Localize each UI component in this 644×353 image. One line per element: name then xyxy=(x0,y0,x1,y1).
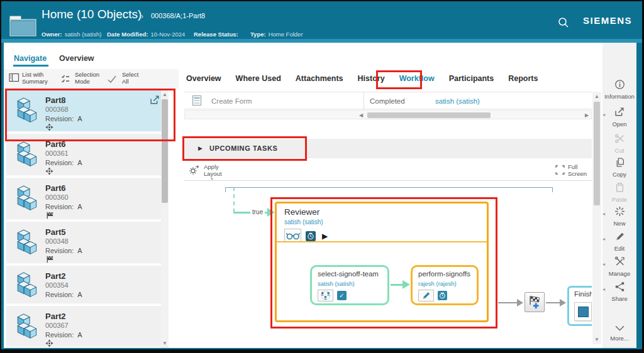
breadcrumb-object[interactable]: 000368/A;1-Part8 xyxy=(151,12,205,19)
new-burst-icon xyxy=(614,206,625,217)
list-item-part2-000367[interactable]: Part2 000367 Revision:A xyxy=(6,306,161,348)
upcoming-tasks-label: UPCOMING TASKS xyxy=(209,144,277,152)
finish-task-node[interactable]: Finish xyxy=(567,286,592,326)
apply-layout-icon xyxy=(189,164,200,175)
selection-mode-button[interactable]: Selection Mode xyxy=(61,71,109,89)
tab-attachments[interactable]: Attachments xyxy=(296,74,343,83)
hscroll-right-arrow[interactable]: ▶ xyxy=(585,113,589,118)
part-cube-icon xyxy=(15,313,42,340)
header: Home (10 Objects) › 000368/A;1-Part8 Own… xyxy=(1,1,642,39)
flag-icon xyxy=(45,211,54,220)
perform-signoffs-node[interactable]: perform-signoffs rajesh (rajesh) xyxy=(411,265,479,305)
tab-where-used[interactable]: Where Used xyxy=(236,74,281,83)
sidebar-more-button[interactable]: More... xyxy=(602,323,636,342)
list-with-summary-button[interactable]: List with Summary xyxy=(9,71,59,89)
condition-path xyxy=(233,212,250,214)
tab-history[interactable]: History xyxy=(358,74,385,83)
main-scroll-down-arrow[interactable]: ▼ xyxy=(594,337,599,342)
tab-participants[interactable]: Participants xyxy=(449,74,494,83)
review-glasses-icon[interactable] xyxy=(284,229,301,242)
perform-signoffs-title: perform-signoffs xyxy=(418,270,470,278)
start-task-icon[interactable]: ▶ xyxy=(322,232,328,240)
tab-navigate-underline xyxy=(13,65,48,67)
task-name: Create Form xyxy=(211,97,252,105)
reviewer-task-node[interactable]: Reviewer satish (satish) ▶ select-signof… xyxy=(275,202,489,322)
flyout-arrow-icon: ◂ xyxy=(602,211,605,217)
copy-icon xyxy=(614,157,625,168)
list-item-part6-000361[interactable]: Part6 000361 Revision:A xyxy=(6,134,161,176)
flow-arrowhead xyxy=(560,299,566,307)
workflow-route-icon xyxy=(45,167,53,175)
main-scroll-thumb[interactable] xyxy=(594,102,600,205)
sidebar-edit-button[interactable]: ◂ Edit xyxy=(602,231,636,252)
select-signoff-team-node[interactable]: select-signoff-team satish (satish) ✓ xyxy=(310,265,389,305)
part-cube-icon xyxy=(15,272,42,298)
full-screen-label: Full Screen xyxy=(568,163,592,178)
reviewer-title: Reviewer xyxy=(284,207,319,217)
reviewer-user-link[interactable]: satish (satish) xyxy=(284,219,323,225)
flag-icon xyxy=(45,255,54,264)
list-scroll-thumb[interactable] xyxy=(162,99,168,203)
sidebar-share-button[interactable]: ◂ Share xyxy=(602,281,636,302)
selection-mode-icon xyxy=(61,74,72,84)
part-cube-icon xyxy=(15,185,42,212)
tab-navigate[interactable]: Navigate xyxy=(14,54,47,63)
header-meta-owner: Owner:satish (satish) xyxy=(42,28,101,39)
task-user-link[interactable]: satish (satish) xyxy=(435,97,480,105)
open-object-icon[interactable] xyxy=(150,95,160,106)
select-all-label: Select All xyxy=(122,71,145,85)
breadcrumb-separator: › xyxy=(141,12,143,21)
sidebar-new-button[interactable]: ◂ New xyxy=(602,206,636,227)
list-item-part5[interactable]: Part5 000348 Revision:A xyxy=(6,222,161,264)
part-cube-icon xyxy=(15,229,42,256)
route-task-node[interactable] xyxy=(525,292,545,312)
hscroll-left-arrow[interactable]: ◀ xyxy=(359,113,363,118)
task-status: Completed xyxy=(370,97,405,105)
completed-task-row[interactable]: Create Form Completed satish (satish) xyxy=(184,92,592,109)
task-hscrollbar[interactable]: ◀ ▶ xyxy=(184,110,592,119)
sidebar-paste-button[interactable]: Paste xyxy=(602,182,636,203)
list-item-part6-000360[interactable]: Part6 000360 Revision:A xyxy=(6,178,161,220)
full-screen-icon xyxy=(555,165,565,175)
siemens-logo: SIEMENS xyxy=(583,15,632,26)
list-scroll-down-arrow[interactable]: ▼ xyxy=(162,341,167,346)
breadcrumb-home[interactable]: Home (10 Objects) xyxy=(42,8,142,21)
tab-reports[interactable]: Reports xyxy=(508,74,538,83)
flyout-arrow-icon: ◂ xyxy=(602,261,605,267)
open-icon xyxy=(614,107,625,117)
finish-state-chip xyxy=(574,302,592,321)
sidebar-copy-button[interactable]: Copy xyxy=(602,157,636,178)
list-item-part8[interactable]: Part8 000368 Revision:A xyxy=(6,90,161,133)
tab-workflow[interactable]: Workflow xyxy=(399,74,435,83)
list-scroll-up-arrow[interactable]: ▲ xyxy=(162,92,167,97)
scissors-icon xyxy=(614,133,625,144)
checkbox-done-icon: ✓ xyxy=(337,291,347,300)
full-screen-button[interactable]: Full Screen xyxy=(555,162,592,180)
finish-title: Finish xyxy=(574,290,592,298)
apply-layout-button[interactable]: Apply Layout ▼ xyxy=(189,162,233,180)
list-with-summary-label: List with Summary xyxy=(22,71,52,85)
tab-overview-left[interactable]: Overview xyxy=(59,54,94,63)
tools-icon xyxy=(614,256,625,267)
app-window: Home (10 Objects) › 000368/A;1-Part8 Own… xyxy=(0,0,644,353)
hscroll-thumb[interactable] xyxy=(367,112,491,118)
main-scroll-up-arrow[interactable]: ▲ xyxy=(594,94,599,99)
task-flow-arrowhead xyxy=(402,280,410,289)
flow-line xyxy=(498,302,518,303)
workflow-diagram[interactable]: true Reviewer satish (satish) ▶ select-s… xyxy=(184,180,592,344)
select-signoff-team-title: select-signoff-team xyxy=(318,270,379,278)
list-item-part2-000354[interactable]: Part2 000354 Revision:A xyxy=(6,266,161,305)
tab-overview[interactable]: Overview xyxy=(186,74,221,83)
search-icon[interactable] xyxy=(557,16,570,29)
workflow-route-icon xyxy=(45,123,53,131)
select-all-button[interactable]: Select All xyxy=(107,71,150,89)
sidebar-manage-button[interactable]: ◂ Manage xyxy=(602,256,636,277)
sidebar-open-button[interactable]: ◂ Open xyxy=(602,107,636,128)
upcoming-tasks-header[interactable]: ▶ UPCOMING TASKS xyxy=(184,139,592,158)
flyout-arrow-icon: ◂ xyxy=(602,286,605,292)
assign-team-icon xyxy=(318,290,333,301)
diagram-toolbar: Apply Layout ▼ Full Screen xyxy=(184,160,592,180)
sidebar-information-button[interactable]: Information xyxy=(602,79,636,100)
share-icon xyxy=(614,281,625,292)
sidebar-cut-button[interactable]: Cut xyxy=(602,133,636,154)
